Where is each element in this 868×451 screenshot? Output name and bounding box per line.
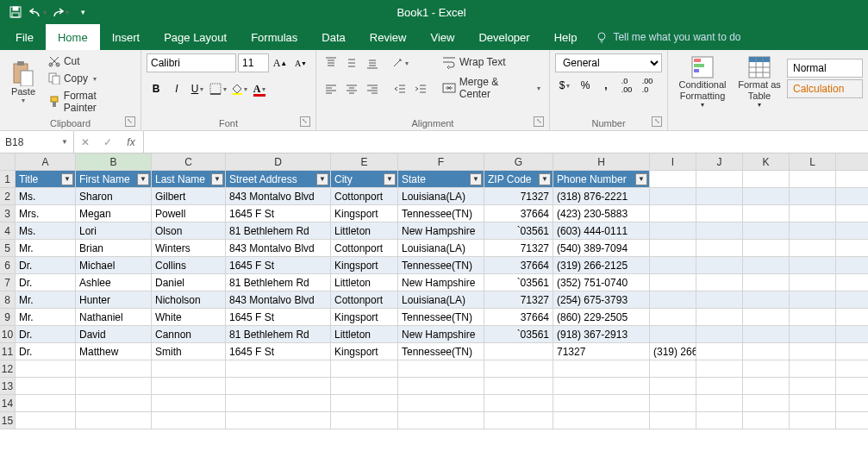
cell[interactable]: [226, 378, 331, 395]
align-center-button[interactable]: [342, 79, 361, 98]
cell[interactable]: Sharon: [76, 188, 152, 205]
cell[interactable]: (603) 444-0111: [553, 222, 650, 240]
cell[interactable]: Louisiana(LA): [398, 240, 484, 257]
cell[interactable]: [696, 222, 743, 240]
cell[interactable]: Dr.: [16, 257, 76, 274]
cell[interactable]: Daniel: [152, 274, 226, 291]
align-middle-button[interactable]: [342, 53, 361, 72]
cell[interactable]: [696, 274, 743, 291]
cell[interactable]: 1645 F St: [226, 257, 331, 274]
cell[interactable]: Cannon: [152, 326, 226, 343]
cell[interactable]: [743, 188, 790, 205]
merge-center-button[interactable]: Merge & Center: [439, 74, 544, 102]
percent-format-button[interactable]: %: [576, 76, 595, 95]
col-header-C[interactable]: C: [152, 153, 226, 171]
cell[interactable]: [650, 274, 696, 291]
col-header-H[interactable]: H: [553, 153, 650, 171]
col-header-A[interactable]: A: [16, 153, 76, 171]
cell[interactable]: New Hampshire: [398, 222, 484, 240]
cell[interactable]: [696, 240, 743, 257]
cell[interactable]: `03561: [484, 222, 553, 240]
cell[interactable]: [152, 378, 226, 395]
cell[interactable]: Ashlee: [76, 274, 152, 291]
filter-button[interactable]: ▼: [470, 173, 482, 185]
cell[interactable]: (540) 389-7094: [553, 240, 650, 257]
cell[interactable]: Littleton: [331, 326, 398, 343]
table-header-last-name[interactable]: Last Name▼: [152, 171, 226, 188]
tab-file[interactable]: File: [3, 24, 46, 50]
undo-button[interactable]: [28, 3, 48, 22]
fill-color-button[interactable]: [229, 79, 248, 98]
cell[interactable]: [836, 309, 868, 326]
cell[interactable]: [836, 395, 868, 412]
name-box[interactable]: B18▼: [0, 131, 74, 153]
cell[interactable]: Cottonport: [331, 291, 398, 309]
cell[interactable]: [696, 395, 743, 412]
cell[interactable]: Mr.: [16, 291, 76, 309]
cell[interactable]: [696, 360, 743, 378]
cell[interactable]: Winters: [152, 240, 226, 257]
cell[interactable]: Tennessee(TN): [398, 205, 484, 222]
cell[interactable]: Louisiana(LA): [398, 188, 484, 205]
cell[interactable]: [152, 412, 226, 429]
cell[interactable]: 81 Bethlehem Rd: [226, 326, 331, 343]
cell[interactable]: 1645 F St: [226, 205, 331, 222]
row-header-6[interactable]: 6: [0, 257, 16, 274]
filter-button[interactable]: ▼: [61, 173, 73, 185]
cell[interactable]: (319) 266-2125: [553, 257, 650, 274]
cell[interactable]: [836, 378, 868, 395]
cell[interactable]: [650, 309, 696, 326]
cell[interactable]: [650, 412, 696, 429]
cell[interactable]: [650, 188, 696, 205]
cell[interactable]: [650, 326, 696, 343]
cell[interactable]: [790, 222, 836, 240]
accounting-format-button[interactable]: $: [555, 76, 574, 95]
cell[interactable]: (918) 367-2913: [553, 326, 650, 343]
conditional-formatting-button[interactable]: Conditional Formatting▾: [673, 53, 732, 110]
cell[interactable]: [836, 222, 868, 240]
filter-button[interactable]: ▼: [539, 173, 551, 185]
cell[interactable]: Michael: [76, 257, 152, 274]
clipboard-launcher[interactable]: ⤡: [125, 116, 135, 127]
cell[interactable]: Gilbert: [152, 188, 226, 205]
cell[interactable]: Tennessee(TN): [398, 343, 484, 360]
format-painter-button[interactable]: Format Painter: [45, 88, 135, 116]
cell[interactable]: [743, 326, 790, 343]
cell[interactable]: David: [76, 326, 152, 343]
col-header-G[interactable]: G: [484, 153, 553, 171]
cell[interactable]: Littleton: [331, 274, 398, 291]
tab-data[interactable]: Data: [309, 24, 357, 50]
cell[interactable]: (352) 751-0740: [553, 274, 650, 291]
cell[interactable]: [226, 360, 331, 378]
cell[interactable]: [743, 257, 790, 274]
cell[interactable]: [836, 326, 868, 343]
cell[interactable]: [650, 378, 696, 395]
style-calculation[interactable]: Calculation: [787, 79, 863, 98]
cell[interactable]: [836, 240, 868, 257]
cell[interactable]: 37664: [484, 309, 553, 326]
cell[interactable]: [790, 240, 836, 257]
cell[interactable]: [696, 291, 743, 309]
cell[interactable]: (423) 230-5883: [553, 205, 650, 222]
cell[interactable]: Kingsport: [331, 257, 398, 274]
cell[interactable]: 843 Montalvo Blvd: [226, 291, 331, 309]
cell[interactable]: [331, 378, 398, 395]
cell[interactable]: [484, 360, 553, 378]
enter-button[interactable]: ✓: [97, 131, 119, 153]
cell[interactable]: Ms.: [16, 188, 76, 205]
cell[interactable]: Mr.: [16, 309, 76, 326]
tab-help[interactable]: Help: [542, 24, 590, 50]
cell[interactable]: 843 Montalvo Blvd: [226, 240, 331, 257]
cell[interactable]: Tennessee(TN): [398, 257, 484, 274]
cell[interactable]: New Hampshire: [398, 326, 484, 343]
cell[interactable]: [790, 257, 836, 274]
cell[interactable]: [790, 360, 836, 378]
row-header-4[interactable]: 4: [0, 222, 16, 240]
cell[interactable]: [16, 378, 76, 395]
row-header-13[interactable]: 13: [0, 378, 16, 395]
cell[interactable]: [650, 395, 696, 412]
col-header-K[interactable]: K: [743, 153, 790, 171]
cell[interactable]: [650, 257, 696, 274]
cell[interactable]: 37664: [484, 257, 553, 274]
cell[interactable]: Brian: [76, 240, 152, 257]
